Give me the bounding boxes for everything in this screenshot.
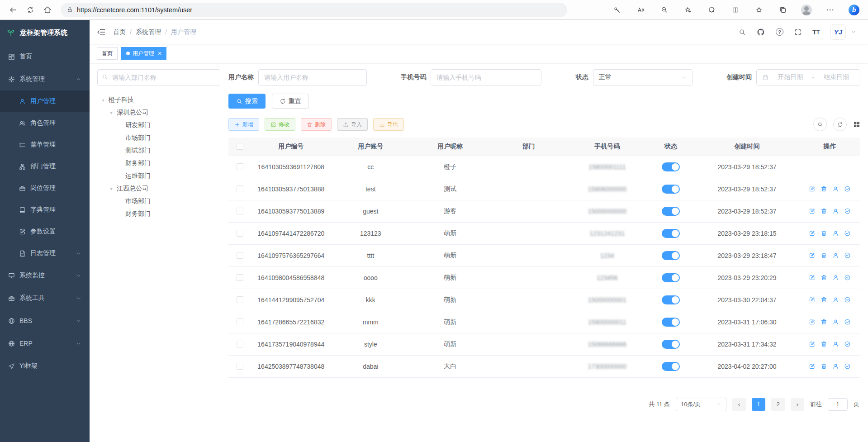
tree-node[interactable]: 财务部门 bbox=[97, 157, 220, 170]
row-delete-icon[interactable] bbox=[821, 341, 827, 347]
row-checkbox[interactable] bbox=[237, 230, 243, 237]
zoom-out-icon[interactable] bbox=[657, 2, 672, 18]
sidebar-item-log-mgmt[interactable]: 日志管理 bbox=[0, 242, 90, 264]
user-avatar[interactable]: YJ bbox=[830, 24, 846, 40]
row-reset-password-icon[interactable] bbox=[832, 274, 839, 281]
read-aloud-icon[interactable] bbox=[633, 2, 648, 18]
row-edit-icon[interactable] bbox=[809, 252, 816, 259]
row-reset-password-icon[interactable] bbox=[832, 252, 839, 259]
status-toggle[interactable] bbox=[662, 185, 680, 194]
row-reset-password-icon[interactable] bbox=[832, 363, 839, 370]
row-assign-role-icon[interactable] bbox=[844, 230, 851, 237]
tree-caret-icon[interactable]: ▾ bbox=[100, 98, 106, 103]
row-checkbox[interactable] bbox=[237, 163, 243, 170]
row-delete-icon[interactable] bbox=[821, 252, 827, 259]
row-edit-icon[interactable] bbox=[809, 363, 816, 370]
row-checkbox[interactable] bbox=[237, 185, 243, 192]
page-button-1[interactable]: 1 bbox=[752, 398, 765, 411]
row-edit-icon[interactable] bbox=[809, 341, 816, 347]
sidebar-item-tools[interactable]: 系统工具 bbox=[0, 287, 90, 309]
row-reset-password-icon[interactable] bbox=[832, 318, 839, 325]
collections-icon[interactable] bbox=[775, 2, 791, 18]
reset-button[interactable]: 重置 bbox=[272, 94, 309, 109]
row-reset-password-icon[interactable] bbox=[832, 341, 839, 347]
sidebar-item-dept-mgmt[interactable]: 部门管理 bbox=[0, 156, 90, 177]
row-reset-password-icon[interactable] bbox=[832, 185, 839, 192]
favorites-bar-icon[interactable] bbox=[751, 2, 767, 18]
row-edit-icon[interactable] bbox=[809, 274, 816, 281]
sidebar-item-param-settings[interactable]: 参数设置 bbox=[0, 221, 90, 242]
sidebar-item-monitor[interactable]: 系统监控 bbox=[0, 264, 90, 287]
address-bar[interactable]: https://ccnetcore.com:1101/system/user bbox=[61, 3, 567, 17]
username-input[interactable] bbox=[258, 69, 367, 86]
row-assign-role-icon[interactable] bbox=[844, 363, 851, 370]
tab-home[interactable]: 首页 bbox=[97, 47, 118, 60]
refresh-table-icon[interactable] bbox=[833, 118, 847, 131]
columns-grid-icon[interactable] bbox=[853, 121, 860, 128]
back-icon[interactable] bbox=[5, 2, 21, 18]
help-icon[interactable]: ? bbox=[776, 28, 783, 36]
date-range-picker[interactable]: 开始日期 - 结束日期 bbox=[756, 69, 860, 86]
row-edit-icon[interactable] bbox=[809, 318, 816, 325]
tree-node[interactable]: 研发部门 bbox=[97, 119, 220, 132]
row-reset-password-icon[interactable] bbox=[832, 208, 839, 214]
copilot-icon[interactable]: b bbox=[846, 2, 862, 18]
row-delete-icon[interactable] bbox=[821, 274, 827, 281]
row-delete-icon[interactable] bbox=[821, 230, 827, 237]
tree-node[interactable]: 运维部门 bbox=[97, 170, 220, 182]
sidebar-item-menu-mgmt[interactable]: 菜单管理 bbox=[0, 134, 90, 156]
tree-node[interactable]: 市场部门 bbox=[97, 132, 220, 144]
delete-button[interactable]: 删除 bbox=[301, 118, 332, 131]
sidebar-item-erp[interactable]: ERP bbox=[0, 332, 90, 355]
sidebar-item-system[interactable]: 系统管理 bbox=[0, 68, 90, 90]
status-toggle[interactable] bbox=[662, 362, 680, 371]
status-toggle[interactable] bbox=[662, 207, 680, 216]
sidebar-item-yi-framework[interactable]: Yi框架 bbox=[0, 355, 90, 377]
phone-input[interactable] bbox=[431, 69, 541, 86]
row-delete-icon[interactable] bbox=[821, 318, 827, 325]
row-edit-icon[interactable] bbox=[809, 296, 816, 303]
row-assign-role-icon[interactable] bbox=[844, 341, 851, 347]
import-button[interactable]: 导入 bbox=[337, 118, 368, 131]
breadcrumb-home[interactable]: 首页 bbox=[113, 28, 126, 36]
font-size-icon[interactable]: TT bbox=[812, 28, 820, 36]
row-assign-role-icon[interactable] bbox=[844, 208, 851, 214]
row-reset-password-icon[interactable] bbox=[832, 296, 839, 303]
tree-node[interactable]: 市场部门 bbox=[97, 195, 220, 208]
row-edit-icon[interactable] bbox=[809, 230, 816, 237]
sidebar-item-home[interactable]: 首页 bbox=[0, 45, 90, 68]
tree-caret-icon[interactable]: ▾ bbox=[108, 186, 114, 191]
split-screen-icon[interactable] bbox=[728, 2, 743, 18]
avatar-caret-icon[interactable] bbox=[850, 29, 856, 35]
status-toggle[interactable] bbox=[662, 162, 680, 171]
tree-node[interactable]: 测试部门 bbox=[97, 144, 220, 157]
prev-page-button[interactable]: ‹ bbox=[732, 398, 746, 411]
tab-close-icon[interactable]: × bbox=[158, 50, 161, 57]
tree-caret-icon[interactable]: ▾ bbox=[108, 110, 114, 115]
status-toggle[interactable] bbox=[662, 251, 680, 260]
sidebar-item-bbs[interactable]: BBS bbox=[0, 309, 90, 332]
row-edit-icon[interactable] bbox=[809, 185, 816, 192]
row-checkbox[interactable] bbox=[237, 252, 243, 259]
tree-node[interactable]: 财务部门 bbox=[97, 208, 220, 220]
add-favorite-star-icon[interactable] bbox=[680, 2, 696, 18]
select-all-checkbox[interactable] bbox=[237, 143, 243, 150]
sidebar-fold-icon[interactable] bbox=[97, 28, 106, 37]
edit-button[interactable]: 修改 bbox=[265, 118, 295, 131]
refresh-icon[interactable] bbox=[23, 2, 38, 18]
search-icon[interactable] bbox=[739, 29, 746, 36]
browser-more-icon[interactable]: ⋯ bbox=[823, 2, 838, 18]
row-assign-role-icon[interactable] bbox=[844, 274, 851, 281]
password-key-icon[interactable] bbox=[609, 2, 625, 18]
status-toggle[interactable] bbox=[662, 318, 680, 327]
row-edit-icon[interactable] bbox=[809, 208, 816, 214]
row-checkbox[interactable] bbox=[237, 318, 243, 325]
status-toggle[interactable] bbox=[662, 273, 680, 282]
extensions-icon[interactable] bbox=[704, 2, 720, 18]
page-button-2[interactable]: 2 bbox=[771, 398, 785, 411]
browser-profile-avatar[interactable] bbox=[799, 2, 814, 18]
sidebar-item-user-mgmt[interactable]: 用户管理 bbox=[0, 90, 90, 112]
row-assign-role-icon[interactable] bbox=[844, 252, 851, 259]
status-toggle[interactable] bbox=[662, 340, 680, 349]
tab-user-mgmt[interactable]: 用户管理 × bbox=[121, 47, 166, 60]
